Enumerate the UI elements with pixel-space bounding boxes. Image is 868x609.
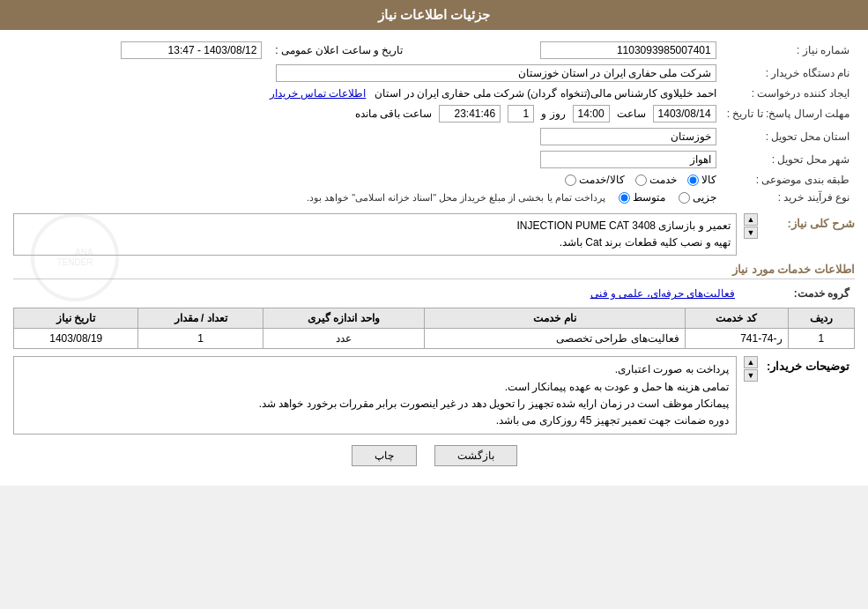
page-header: جزئیات اطلاعات نیاز [0,0,868,30]
notes-label: توضیحات خریدار: [758,356,855,434]
description-content: ANATENDER ▲ ▼ تعمیر و بازسازی INJECTION … [13,213,758,256]
content-area: شماره نیاز : 1103093985007401 تاریخ و سا… [0,30,868,486]
notes-with-scroll: ▲ ▼ پرداخت به صورت اعتباری. تمامی هزینه … [13,356,758,434]
deadline-value: 1403/08/14 ساعت 14:00 روز و 1 23:41:46 س… [13,102,722,125]
process-mottavasset-radio[interactable] [619,192,630,204]
category-kala-label: کالا [701,174,716,186]
row-num-1: 1 [788,329,854,349]
announce-date-field: 1403/08/12 - 13:47 [121,41,262,59]
process-mottavasset: متوسط [619,191,665,204]
col-unit: واحد اندازه گیری [263,308,424,329]
notes-scroll-down[interactable]: ▼ [744,369,758,382]
category-row: طبقه بندی موضوعی : کالا خدمت کالا/خدمت [13,171,855,189]
deadline-row: مهلت ارسال پاسخ: تا تاریخ : 1403/08/14 س… [13,102,855,125]
city-row: شهر محل تحویل : اهواز [13,148,855,171]
col-row-num: ردیف [788,308,854,329]
service-group-value: فعالیت‌های حرفه‌ای، علمی و فنی [13,285,740,302]
back-button[interactable]: بازگشت [434,445,517,466]
description-line-1: تعمیر و بازسازی INJECTION PUME CAT 3408 [19,218,731,234]
process-options-row: جزیی متوسط پرداخت تمام یا بخشی از مبلغ خ… [19,191,716,204]
requester-row: ایجاد کننده درخواست : احمد خلیلاوی کارشن… [13,85,855,102]
requester-label: ایجاد کننده درخواست : [722,85,855,102]
process-jozi-radio[interactable] [679,192,690,204]
action-buttons: بازگشت چاپ [13,445,855,466]
process-row: نوع فرآیند خرید : جزیی متوسط پرداخت تمام… [13,189,855,206]
notes-text-box: پرداخت به صورت اعتباری. تمامی هزینه ها ح… [13,356,737,434]
deadline-remaining: 23:41:46 [439,105,501,123]
notes-line-2: تمامی هزینه ها حمل و عودت به عهده پیمانک… [21,379,729,396]
category-option-khedmat: خدمت [635,174,677,186]
category-radio-group: کالا خدمت کالا/خدمت [565,174,716,186]
requester-link[interactable]: اطلاعات تماس خریدار [270,87,367,100]
process-value: جزیی متوسط پرداخت تمام یا بخشی از مبلغ خ… [13,189,722,206]
date-1: 1403/08/19 [14,329,138,349]
need-number-field: 1103093985007401 [540,41,716,59]
notes-section: توضیحات خریدار: ▲ ▼ پرداخت به صورت اعتبا… [13,356,855,434]
notes-scroll-up[interactable]: ▲ [744,356,758,368]
buyer-org-field: شرکت ملی حفاری ایران در استان خوزستان [276,64,716,82]
requester-text: احمد خلیلاوی کارشناس مالی(تنخواه گردان) … [375,87,716,100]
process-label: نوع فرآیند خرید : [722,189,855,206]
deadline-label: مهلت ارسال پاسخ: تا تاریخ : [722,102,855,125]
notes-content-cell: ▲ ▼ پرداخت به صورت اعتباری. تمامی هزینه … [13,356,758,434]
services-table-head: ردیف کد خدمت نام خدمت واحد اندازه گیری ت… [14,308,855,329]
city-field: اهواز [540,151,716,168]
notes-line-4: دوره ضمانت جهت تعمیر تجهیز 45 روزکاری می… [21,412,729,429]
service-code-1: ر-74-741 [685,329,788,349]
requester-value: احمد خلیلاوی کارشناس مالی(تنخواه گردان) … [13,85,722,102]
category-kala-khedmat-label: کالا/خدمت [579,174,624,186]
city-label: شهر محل تحویل : [722,148,855,171]
deadline-time: 14:00 [573,105,610,123]
category-value: کالا خدمت کالا/خدمت [13,171,722,189]
col-service-code: کد خدمت [685,308,788,329]
deadline-days: 1 [508,105,534,123]
category-label: طبقه بندی موضوعی : [722,171,855,189]
service-group-table: گروه خدمت: فعالیت‌های حرفه‌ای، علمی و فن… [13,285,855,302]
service-group-label: گروه خدمت: [740,285,855,302]
description-section-label: شرح کلی نیاز: [758,213,855,256]
page-container: جزئیات اطلاعات نیاز شماره نیاز : 1103093… [0,0,868,486]
scroll-down-btn[interactable]: ▼ [744,227,758,239]
buyer-org-label: نام دستگاه خریدار : [722,62,855,85]
need-number-label: شماره نیاز : [722,39,855,62]
province-label: استان محل تحویل : [722,125,855,148]
description-section: شرح کلی نیاز: ANATENDER ▲ ▼ تعمیر و بازس… [13,213,855,256]
print-button[interactable]: چاپ [352,445,417,466]
process-mottavasset-label: متوسط [633,191,665,204]
category-option-kala-khedmat: کالا/خدمت [565,174,624,186]
category-option-kala: کالا [687,174,716,186]
category-kala-khedmat-radio[interactable] [565,175,576,186]
scroll-up-btn[interactable]: ▲ [744,213,758,226]
deadline-days-label: روز و [541,108,565,120]
col-qty: تعداد / مقدار [138,308,263,329]
province-value: خوزستان [13,125,722,148]
category-kala-radio[interactable] [687,175,699,186]
buyer-org-value: شرکت ملی حفاری ایران در استان خوزستان [13,62,722,85]
process-note: پرداخت تمام یا بخشی از مبلغ خریداز محل "… [307,192,605,204]
category-khedmat-label: خدمت [649,174,677,186]
deadline-time-label: ساعت [617,108,646,120]
notes-row: توضیحات خریدار: ▲ ▼ پرداخت به صورت اعتبا… [13,356,855,434]
info-table-top: شماره نیاز : 1103093985007401 تاریخ و سا… [13,39,855,206]
description-line-2: تهیه و نصب کلیه قطعات برند Cat باشد. [19,234,731,251]
services-section-title: اطلاعات خدمات مورد نیاز [13,263,855,279]
services-table: ردیف کد خدمت نام خدمت واحد اندازه گیری ت… [13,308,855,349]
process-jozi-label: جزیی [693,191,716,204]
qty-1: 1 [138,329,263,349]
notes-scrollbar: ▲ ▼ [744,356,758,382]
notes-line-3: پیمانکار موظف است در زمان ارایه شده تجهی… [21,396,729,412]
notes-line-1: پرداخت به صورت اعتباری. [21,361,729,378]
need-number-value: 1103093985007401 [408,39,721,62]
buyer-org-row: نام دستگاه خریدار : شرکت ملی حفاری ایران… [13,62,855,85]
datetime-row: 1403/08/14 ساعت 14:00 روز و 1 23:41:46 س… [19,105,716,123]
col-service-name: نام خدمت [425,308,686,329]
need-number-row: شماره نیاز : 1103093985007401 تاریخ و سا… [13,39,855,62]
service-group-row: گروه خدمت: فعالیت‌های حرفه‌ای، علمی و فن… [13,285,855,302]
announce-date-value: 1403/08/12 - 13:47 [13,39,267,62]
description-text-box: تعمیر و بازسازی INJECTION PUME CAT 3408 … [13,213,737,256]
process-jozi: جزیی [679,191,716,204]
table-row: 1 ر-74-741 فعالیت‌های طراحی تخصصی عدد 1 … [14,329,855,349]
deadline-remaining-label: ساعت باقی مانده [355,108,433,120]
category-khedmat-radio[interactable] [635,175,647,186]
service-group-link[interactable]: فعالیت‌های حرفه‌ای، علمی و فنی [590,287,735,300]
